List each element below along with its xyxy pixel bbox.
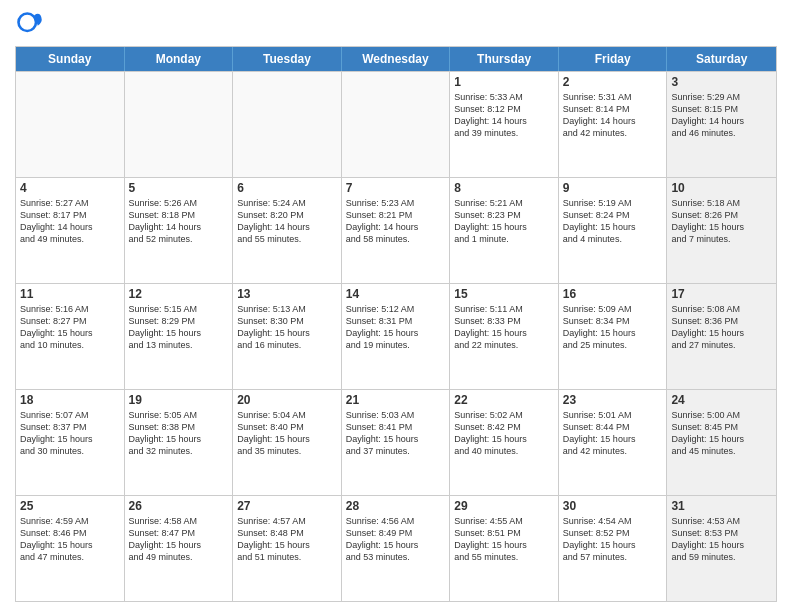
- cell-text: Sunrise: 5:29 AM Sunset: 8:15 PM Dayligh…: [671, 91, 772, 140]
- cell-text: Sunrise: 5:08 AM Sunset: 8:36 PM Dayligh…: [671, 303, 772, 352]
- cell-text: Sunrise: 5:21 AM Sunset: 8:23 PM Dayligh…: [454, 197, 554, 246]
- table-row: 28Sunrise: 4:56 AM Sunset: 8:49 PM Dayli…: [342, 496, 451, 601]
- table-row: 31Sunrise: 4:53 AM Sunset: 8:53 PM Dayli…: [667, 496, 776, 601]
- cell-text: Sunrise: 5:07 AM Sunset: 8:37 PM Dayligh…: [20, 409, 120, 458]
- table-row: 26Sunrise: 4:58 AM Sunset: 8:47 PM Dayli…: [125, 496, 234, 601]
- cal-header-sunday: Sunday: [16, 47, 125, 71]
- cell-text: Sunrise: 4:54 AM Sunset: 8:52 PM Dayligh…: [563, 515, 663, 564]
- day-number: 10: [671, 181, 772, 195]
- table-row: 24Sunrise: 5:00 AM Sunset: 8:45 PM Dayli…: [667, 390, 776, 495]
- table-row: 19Sunrise: 5:05 AM Sunset: 8:38 PM Dayli…: [125, 390, 234, 495]
- cal-header-wednesday: Wednesday: [342, 47, 451, 71]
- day-number: 23: [563, 393, 663, 407]
- day-number: 14: [346, 287, 446, 301]
- calendar-row-3: 11Sunrise: 5:16 AM Sunset: 8:27 PM Dayli…: [16, 283, 776, 389]
- cell-text: Sunrise: 5:31 AM Sunset: 8:14 PM Dayligh…: [563, 91, 663, 140]
- calendar-row-4: 18Sunrise: 5:07 AM Sunset: 8:37 PM Dayli…: [16, 389, 776, 495]
- cell-text: Sunrise: 5:04 AM Sunset: 8:40 PM Dayligh…: [237, 409, 337, 458]
- cell-text: Sunrise: 5:26 AM Sunset: 8:18 PM Dayligh…: [129, 197, 229, 246]
- cell-text: Sunrise: 4:53 AM Sunset: 8:53 PM Dayligh…: [671, 515, 772, 564]
- day-number: 27: [237, 499, 337, 513]
- cal-header-saturday: Saturday: [667, 47, 776, 71]
- cal-header-monday: Monday: [125, 47, 234, 71]
- calendar-row-1: 1Sunrise: 5:33 AM Sunset: 8:12 PM Daylig…: [16, 71, 776, 177]
- table-row: 6Sunrise: 5:24 AM Sunset: 8:20 PM Daylig…: [233, 178, 342, 283]
- cell-text: Sunrise: 5:00 AM Sunset: 8:45 PM Dayligh…: [671, 409, 772, 458]
- cell-text: Sunrise: 5:01 AM Sunset: 8:44 PM Dayligh…: [563, 409, 663, 458]
- table-row: [125, 72, 234, 177]
- table-row: 11Sunrise: 5:16 AM Sunset: 8:27 PM Dayli…: [16, 284, 125, 389]
- table-row: 16Sunrise: 5:09 AM Sunset: 8:34 PM Dayli…: [559, 284, 668, 389]
- cell-text: Sunrise: 5:33 AM Sunset: 8:12 PM Dayligh…: [454, 91, 554, 140]
- calendar: SundayMondayTuesdayWednesdayThursdayFrid…: [15, 46, 777, 602]
- table-row: 27Sunrise: 4:57 AM Sunset: 8:48 PM Dayli…: [233, 496, 342, 601]
- day-number: 1: [454, 75, 554, 89]
- day-number: 25: [20, 499, 120, 513]
- day-number: 24: [671, 393, 772, 407]
- calendar-row-5: 25Sunrise: 4:59 AM Sunset: 8:46 PM Dayli…: [16, 495, 776, 601]
- day-number: 4: [20, 181, 120, 195]
- day-number: 13: [237, 287, 337, 301]
- svg-point-0: [19, 14, 37, 32]
- table-row: 1Sunrise: 5:33 AM Sunset: 8:12 PM Daylig…: [450, 72, 559, 177]
- table-row: 14Sunrise: 5:12 AM Sunset: 8:31 PM Dayli…: [342, 284, 451, 389]
- day-number: 22: [454, 393, 554, 407]
- day-number: 16: [563, 287, 663, 301]
- table-row: 25Sunrise: 4:59 AM Sunset: 8:46 PM Dayli…: [16, 496, 125, 601]
- cell-text: Sunrise: 4:56 AM Sunset: 8:49 PM Dayligh…: [346, 515, 446, 564]
- cell-text: Sunrise: 5:02 AM Sunset: 8:42 PM Dayligh…: [454, 409, 554, 458]
- cal-header-friday: Friday: [559, 47, 668, 71]
- cell-text: Sunrise: 5:27 AM Sunset: 8:17 PM Dayligh…: [20, 197, 120, 246]
- day-number: 9: [563, 181, 663, 195]
- day-number: 8: [454, 181, 554, 195]
- day-number: 31: [671, 499, 772, 513]
- cell-text: Sunrise: 4:59 AM Sunset: 8:46 PM Dayligh…: [20, 515, 120, 564]
- cell-text: Sunrise: 4:55 AM Sunset: 8:51 PM Dayligh…: [454, 515, 554, 564]
- calendar-body: 1Sunrise: 5:33 AM Sunset: 8:12 PM Daylig…: [16, 71, 776, 601]
- day-number: 17: [671, 287, 772, 301]
- day-number: 18: [20, 393, 120, 407]
- table-row: 17Sunrise: 5:08 AM Sunset: 8:36 PM Dayli…: [667, 284, 776, 389]
- cell-text: Sunrise: 5:18 AM Sunset: 8:26 PM Dayligh…: [671, 197, 772, 246]
- table-row: 5Sunrise: 5:26 AM Sunset: 8:18 PM Daylig…: [125, 178, 234, 283]
- table-row: 8Sunrise: 5:21 AM Sunset: 8:23 PM Daylig…: [450, 178, 559, 283]
- cell-text: Sunrise: 5:23 AM Sunset: 8:21 PM Dayligh…: [346, 197, 446, 246]
- cal-header-tuesday: Tuesday: [233, 47, 342, 71]
- table-row: 9Sunrise: 5:19 AM Sunset: 8:24 PM Daylig…: [559, 178, 668, 283]
- day-number: 19: [129, 393, 229, 407]
- table-row: 18Sunrise: 5:07 AM Sunset: 8:37 PM Dayli…: [16, 390, 125, 495]
- table-row: 4Sunrise: 5:27 AM Sunset: 8:17 PM Daylig…: [16, 178, 125, 283]
- calendar-header-row: SundayMondayTuesdayWednesdayThursdayFrid…: [16, 47, 776, 71]
- cell-text: Sunrise: 5:09 AM Sunset: 8:34 PM Dayligh…: [563, 303, 663, 352]
- table-row: 13Sunrise: 5:13 AM Sunset: 8:30 PM Dayli…: [233, 284, 342, 389]
- cell-text: Sunrise: 5:05 AM Sunset: 8:38 PM Dayligh…: [129, 409, 229, 458]
- cell-text: Sunrise: 5:16 AM Sunset: 8:27 PM Dayligh…: [20, 303, 120, 352]
- header: [15, 10, 777, 38]
- cell-text: Sunrise: 4:57 AM Sunset: 8:48 PM Dayligh…: [237, 515, 337, 564]
- table-row: 10Sunrise: 5:18 AM Sunset: 8:26 PM Dayli…: [667, 178, 776, 283]
- table-row: 12Sunrise: 5:15 AM Sunset: 8:29 PM Dayli…: [125, 284, 234, 389]
- cell-text: Sunrise: 5:15 AM Sunset: 8:29 PM Dayligh…: [129, 303, 229, 352]
- cell-text: Sunrise: 5:03 AM Sunset: 8:41 PM Dayligh…: [346, 409, 446, 458]
- day-number: 11: [20, 287, 120, 301]
- table-row: [342, 72, 451, 177]
- table-row: 30Sunrise: 4:54 AM Sunset: 8:52 PM Dayli…: [559, 496, 668, 601]
- table-row: 3Sunrise: 5:29 AM Sunset: 8:15 PM Daylig…: [667, 72, 776, 177]
- table-row: 23Sunrise: 5:01 AM Sunset: 8:44 PM Dayli…: [559, 390, 668, 495]
- day-number: 29: [454, 499, 554, 513]
- table-row: 2Sunrise: 5:31 AM Sunset: 8:14 PM Daylig…: [559, 72, 668, 177]
- cell-text: Sunrise: 5:12 AM Sunset: 8:31 PM Dayligh…: [346, 303, 446, 352]
- day-number: 26: [129, 499, 229, 513]
- calendar-row-2: 4Sunrise: 5:27 AM Sunset: 8:17 PM Daylig…: [16, 177, 776, 283]
- day-number: 7: [346, 181, 446, 195]
- day-number: 20: [237, 393, 337, 407]
- cal-header-thursday: Thursday: [450, 47, 559, 71]
- cell-text: Sunrise: 5:13 AM Sunset: 8:30 PM Dayligh…: [237, 303, 337, 352]
- table-row: 20Sunrise: 5:04 AM Sunset: 8:40 PM Dayli…: [233, 390, 342, 495]
- table-row: 21Sunrise: 5:03 AM Sunset: 8:41 PM Dayli…: [342, 390, 451, 495]
- day-number: 21: [346, 393, 446, 407]
- cell-text: Sunrise: 5:24 AM Sunset: 8:20 PM Dayligh…: [237, 197, 337, 246]
- day-number: 6: [237, 181, 337, 195]
- cell-text: Sunrise: 4:58 AM Sunset: 8:47 PM Dayligh…: [129, 515, 229, 564]
- cell-text: Sunrise: 5:19 AM Sunset: 8:24 PM Dayligh…: [563, 197, 663, 246]
